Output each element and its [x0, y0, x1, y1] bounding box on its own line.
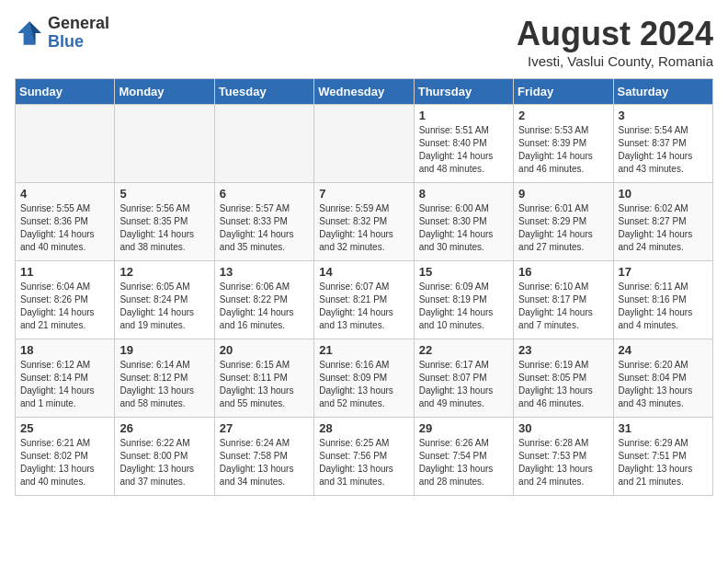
day-info: Sunrise: 5:56 AM Sunset: 8:35 PM Dayligh…	[119, 202, 209, 254]
day-info: Sunrise: 5:54 AM Sunset: 8:37 PM Dayligh…	[619, 124, 708, 176]
day-info: Sunrise: 5:51 AM Sunset: 8:40 PM Dayligh…	[419, 124, 508, 176]
page-header: General Blue August 2024 Ivesti, Vaslui …	[15, 15, 713, 69]
logo-icon	[15, 18, 44, 48]
day-number: 19	[119, 343, 209, 357]
calendar-header-row: SundayMondayTuesdayWednesdayThursdayFrid…	[16, 79, 713, 105]
day-info: Sunrise: 6:26 AM Sunset: 7:54 PM Dayligh…	[419, 437, 508, 488]
day-number: 4	[20, 187, 109, 201]
day-info: Sunrise: 5:53 AM Sunset: 8:39 PM Dayligh…	[518, 124, 608, 176]
calendar-table: SundayMondayTuesdayWednesdayThursdayFrid…	[15, 78, 713, 496]
calendar-day-header: Tuesday	[214, 79, 313, 105]
day-info: Sunrise: 6:22 AM Sunset: 8:00 PM Dayligh…	[119, 437, 209, 488]
day-info: Sunrise: 6:25 AM Sunset: 7:56 PM Dayligh…	[319, 437, 408, 488]
day-number: 17	[619, 265, 708, 279]
calendar-week-row: 18Sunrise: 6:12 AM Sunset: 8:14 PM Dayli…	[16, 339, 713, 418]
day-number: 16	[518, 265, 608, 279]
day-info: Sunrise: 6:12 AM Sunset: 8:14 PM Dayligh…	[20, 359, 109, 410]
month-year-title: August 2024	[517, 15, 713, 53]
day-info: Sunrise: 6:20 AM Sunset: 8:04 PM Dayligh…	[619, 359, 708, 410]
title-block: August 2024 Ivesti, Vaslui County, Roman…	[517, 15, 713, 69]
calendar-day-cell: 17Sunrise: 6:11 AM Sunset: 8:16 PM Dayli…	[613, 261, 712, 339]
day-info: Sunrise: 6:15 AM Sunset: 8:11 PM Dayligh…	[220, 359, 309, 410]
calendar-week-row: 1Sunrise: 5:51 AM Sunset: 8:40 PM Daylig…	[16, 105, 713, 183]
day-number: 26	[119, 421, 209, 435]
calendar-day-cell: 6Sunrise: 5:57 AM Sunset: 8:33 PM Daylig…	[214, 183, 313, 261]
day-number: 29	[419, 421, 508, 435]
day-info: Sunrise: 6:24 AM Sunset: 7:58 PM Dayligh…	[220, 437, 309, 488]
day-info: Sunrise: 5:57 AM Sunset: 8:33 PM Dayligh…	[220, 202, 309, 254]
calendar-week-row: 4Sunrise: 5:55 AM Sunset: 8:36 PM Daylig…	[16, 183, 713, 261]
day-info: Sunrise: 6:14 AM Sunset: 8:12 PM Dayligh…	[119, 359, 209, 410]
calendar-day-cell: 8Sunrise: 6:00 AM Sunset: 8:30 PM Daylig…	[414, 183, 513, 261]
day-number: 13	[220, 265, 309, 279]
day-info: Sunrise: 6:21 AM Sunset: 8:02 PM Dayligh…	[20, 437, 109, 488]
calendar-day-cell: 16Sunrise: 6:10 AM Sunset: 8:17 PM Dayli…	[514, 261, 613, 339]
day-number: 3	[619, 109, 708, 122]
calendar-day-header: Friday	[514, 79, 613, 105]
calendar-day-cell: 14Sunrise: 6:07 AM Sunset: 8:21 PM Dayli…	[314, 261, 414, 339]
calendar-week-row: 11Sunrise: 6:04 AM Sunset: 8:26 PM Dayli…	[16, 261, 713, 339]
day-info: Sunrise: 6:09 AM Sunset: 8:19 PM Dayligh…	[419, 281, 508, 332]
logo-general: General	[48, 15, 109, 33]
day-number: 27	[220, 421, 309, 435]
day-number: 1	[419, 109, 508, 122]
day-info: Sunrise: 6:02 AM Sunset: 8:27 PM Dayligh…	[619, 202, 708, 254]
calendar-day-cell	[16, 105, 115, 183]
day-info: Sunrise: 6:19 AM Sunset: 8:05 PM Dayligh…	[518, 359, 608, 410]
day-number: 24	[619, 343, 708, 357]
calendar-day-header: Thursday	[414, 79, 513, 105]
day-info: Sunrise: 6:16 AM Sunset: 8:09 PM Dayligh…	[319, 359, 408, 410]
day-number: 30	[518, 421, 608, 435]
day-number: 10	[619, 187, 708, 201]
calendar-day-cell: 23Sunrise: 6:19 AM Sunset: 8:05 PM Dayli…	[514, 339, 613, 418]
day-info: Sunrise: 6:28 AM Sunset: 7:53 PM Dayligh…	[518, 437, 608, 488]
calendar-day-cell: 24Sunrise: 6:20 AM Sunset: 8:04 PM Dayli…	[613, 339, 712, 418]
calendar-day-cell: 15Sunrise: 6:09 AM Sunset: 8:19 PM Dayli…	[414, 261, 513, 339]
day-number: 12	[119, 265, 209, 279]
calendar-day-header: Wednesday	[314, 79, 414, 105]
day-number: 23	[518, 343, 608, 357]
day-info: Sunrise: 6:06 AM Sunset: 8:22 PM Dayligh…	[220, 281, 309, 332]
day-number: 7	[319, 187, 408, 201]
calendar-day-cell: 28Sunrise: 6:25 AM Sunset: 7:56 PM Dayli…	[314, 418, 414, 496]
calendar-day-cell: 25Sunrise: 6:21 AM Sunset: 8:02 PM Dayli…	[16, 418, 115, 496]
logo: General Blue	[15, 15, 109, 52]
day-info: Sunrise: 5:55 AM Sunset: 8:36 PM Dayligh…	[20, 202, 109, 254]
calendar-day-cell: 9Sunrise: 6:01 AM Sunset: 8:29 PM Daylig…	[514, 183, 613, 261]
calendar-day-cell: 5Sunrise: 5:56 AM Sunset: 8:35 PM Daylig…	[115, 183, 214, 261]
day-number: 22	[419, 343, 508, 357]
day-number: 18	[20, 343, 109, 357]
calendar-day-cell: 20Sunrise: 6:15 AM Sunset: 8:11 PM Dayli…	[214, 339, 313, 418]
day-number: 6	[220, 187, 309, 201]
day-number: 15	[419, 265, 508, 279]
calendar-day-cell: 3Sunrise: 5:54 AM Sunset: 8:37 PM Daylig…	[613, 105, 712, 183]
day-info: Sunrise: 6:07 AM Sunset: 8:21 PM Dayligh…	[319, 281, 408, 332]
day-info: Sunrise: 6:17 AM Sunset: 8:07 PM Dayligh…	[419, 359, 508, 410]
day-number: 31	[619, 421, 708, 435]
day-info: Sunrise: 6:29 AM Sunset: 7:51 PM Dayligh…	[619, 437, 708, 488]
calendar-week-row: 25Sunrise: 6:21 AM Sunset: 8:02 PM Dayli…	[16, 418, 713, 496]
calendar-day-cell: 31Sunrise: 6:29 AM Sunset: 7:51 PM Dayli…	[613, 418, 712, 496]
day-info: Sunrise: 6:10 AM Sunset: 8:17 PM Dayligh…	[518, 281, 608, 332]
day-number: 8	[419, 187, 508, 201]
calendar-day-cell	[214, 105, 313, 183]
calendar-day-cell: 1Sunrise: 5:51 AM Sunset: 8:40 PM Daylig…	[414, 105, 513, 183]
logo-blue: Blue	[48, 33, 109, 52]
calendar-day-header: Sunday	[16, 79, 115, 105]
day-number: 20	[220, 343, 309, 357]
day-info: Sunrise: 6:05 AM Sunset: 8:24 PM Dayligh…	[119, 281, 209, 332]
day-number: 28	[319, 421, 408, 435]
day-info: Sunrise: 5:59 AM Sunset: 8:32 PM Dayligh…	[319, 202, 408, 254]
calendar-day-cell: 29Sunrise: 6:26 AM Sunset: 7:54 PM Dayli…	[414, 418, 513, 496]
day-number: 9	[518, 187, 608, 201]
day-number: 2	[518, 109, 608, 122]
day-info: Sunrise: 6:11 AM Sunset: 8:16 PM Dayligh…	[619, 281, 708, 332]
calendar-day-cell: 21Sunrise: 6:16 AM Sunset: 8:09 PM Dayli…	[314, 339, 414, 418]
day-number: 25	[20, 421, 109, 435]
calendar-day-header: Monday	[115, 79, 214, 105]
calendar-day-cell: 27Sunrise: 6:24 AM Sunset: 7:58 PM Dayli…	[214, 418, 313, 496]
calendar-day-cell: 7Sunrise: 5:59 AM Sunset: 8:32 PM Daylig…	[314, 183, 414, 261]
calendar-day-cell: 22Sunrise: 6:17 AM Sunset: 8:07 PM Dayli…	[414, 339, 513, 418]
calendar-day-cell: 30Sunrise: 6:28 AM Sunset: 7:53 PM Dayli…	[514, 418, 613, 496]
calendar-body: 1Sunrise: 5:51 AM Sunset: 8:40 PM Daylig…	[16, 105, 713, 496]
